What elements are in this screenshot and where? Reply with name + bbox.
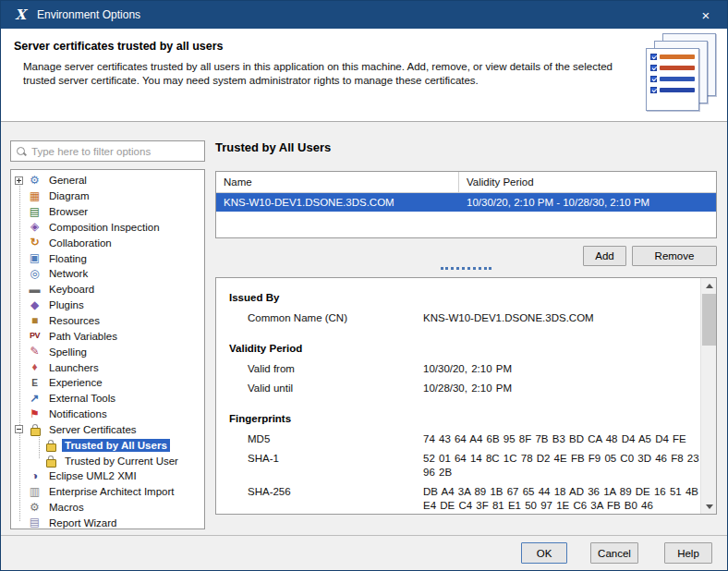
close-button[interactable]: ×	[685, 1, 727, 29]
tree-item-experience[interactable]: Experience	[11, 375, 204, 391]
help-button[interactable]: Help	[664, 542, 712, 564]
tree-item-trusted-by-all-users[interactable]: Trusted by All Users	[11, 437, 204, 453]
tree-item-network[interactable]: Network	[11, 266, 204, 282]
tree-item-collaboration[interactable]: Collaboration	[11, 235, 204, 250]
tree-item-label: General	[46, 174, 90, 187]
window-title: Environment Options	[37, 8, 140, 21]
certificate-entry-graphic	[650, 54, 695, 60]
detail-row: SHA-1 52 01 64 14 8C 1C 78 D2 4E FB F9 0…	[229, 452, 716, 480]
filter-input[interactable]	[31, 146, 204, 157]
macros-icon	[28, 501, 42, 515]
gear-icon	[28, 174, 42, 188]
tree-item-label: Composition Inspection	[46, 221, 163, 234]
table-header: Name Validity Period	[216, 172, 716, 193]
tree-item-notifications[interactable]: Notifications	[11, 407, 204, 422]
chevron-down-icon	[706, 504, 713, 509]
certificate-entry-graphic	[650, 65, 695, 71]
ok-button[interactable]: OK	[521, 542, 567, 564]
detail-label: SHA-256	[248, 485, 423, 513]
remove-button[interactable]: Remove	[632, 246, 717, 266]
tree-item-trusted-by-current-user[interactable]: Trusted by Current User	[11, 453, 204, 468]
tree-item-label: Server Certificates	[46, 423, 140, 436]
diagram-icon	[28, 189, 42, 203]
detail-label: SHA-1	[248, 452, 423, 480]
title-bar[interactable]: X Environment Options ×	[1, 1, 727, 29]
floating-icon	[28, 251, 42, 265]
tree-item-label: Keyboard	[46, 283, 97, 296]
detail-row: Common Name (CN) KNS-W10-DEV1.DSONE.3DS.…	[229, 311, 716, 325]
dialog-footer: OK Cancel Help	[1, 535, 727, 570]
scrollbar-thumb[interactable]	[702, 294, 716, 346]
table-row[interactable]: KNS-W10-DEV1.DSONE.3DS.COM 10/30/20, 2:1…	[216, 193, 716, 212]
search-icon	[16, 146, 27, 157]
tree-item-resources[interactable]: Resources	[11, 313, 204, 329]
options-filter-box	[10, 140, 205, 162]
certificate-entry-graphic	[650, 87, 695, 93]
tree-item-diagram[interactable]: Diagram	[11, 188, 204, 204]
tree-item-label: Experience	[46, 376, 105, 389]
tree-item-launchers[interactable]: Launchers	[11, 359, 204, 375]
tree-item-enterprise-architect-import[interactable]: Enterprise Architect Import	[11, 484, 204, 500]
collapse-icon[interactable]	[15, 425, 23, 433]
add-button[interactable]: Add	[583, 246, 626, 266]
sha256-fingerprint-value: DB A4 3A 89 1B 67 65 44 18 AD 36 1A 89 D…	[423, 485, 717, 513]
tree-item-plugins[interactable]: Plugins	[11, 298, 204, 313]
column-header-validity-period[interactable]: Validity Period	[459, 172, 716, 192]
checkbox-icon	[650, 76, 657, 82]
tree-item-floating[interactable]: Floating	[11, 250, 204, 266]
tree-item-path-variables[interactable]: Path Variables	[11, 328, 204, 344]
expand-icon[interactable]	[15, 176, 23, 185]
panel-title: Trusted by All Users	[215, 140, 331, 154]
network-icon	[28, 267, 42, 281]
experience-icon	[28, 376, 42, 390]
detail-row: MD5 74 43 64 A4 6B 95 8F 7B B3 BD CA 48 …	[229, 432, 716, 446]
tree-item-label: Browser	[46, 205, 91, 218]
tree-item-macros[interactable]: Macros	[11, 500, 204, 516]
scroll-down-button[interactable]	[701, 499, 717, 514]
notifications-icon	[28, 407, 42, 421]
path-variables-icon	[28, 329, 42, 343]
detail-row: Valid until 10/28/30, 2:10 PM	[229, 382, 716, 395]
checkbox-icon	[650, 54, 657, 60]
column-header-name[interactable]: Name	[216, 172, 459, 192]
tree-item-label: Enterprise Architect Import	[46, 485, 177, 498]
lock-icon	[43, 454, 57, 468]
chevron-up-icon	[706, 284, 713, 288]
tree-item-label: Collaboration	[46, 237, 115, 249]
md5-fingerprint-value: 74 43 64 A4 6B 95 8F 7B B3 BD CA 48 D4 A…	[423, 432, 717, 446]
detail-label: MD5	[248, 432, 423, 446]
section-heading-fingerprints: Fingerprints	[229, 410, 716, 427]
tree-item-spelling[interactable]: Spelling	[11, 344, 204, 359]
detail-label: Common Name (CN)	[248, 311, 423, 325]
scroll-up-button[interactable]	[701, 278, 717, 293]
tree-item-external-tools[interactable]: External Tools	[11, 391, 204, 407]
text-line-graphic	[660, 66, 695, 70]
tree-item-label: Plugins	[46, 298, 87, 311]
eclipse-icon	[28, 469, 42, 483]
tree-item-label: Report Wizard	[46, 516, 120, 529]
cancel-button[interactable]: Cancel	[590, 542, 638, 564]
certificate-details-content: Issued By Common Name (CN) KNS-W10-DEV1.…	[216, 278, 716, 513]
tree-item-composition-inspection[interactable]: Composition Inspection	[11, 220, 204, 236]
lock-icon	[28, 422, 42, 436]
tree-item-browser[interactable]: Browser	[11, 204, 204, 220]
browser-icon	[28, 205, 42, 219]
tree-item-label: Launchers	[46, 361, 102, 374]
tree-item-label: Eclipse UML2 XMI	[46, 469, 140, 482]
tree-item-keyboard[interactable]: Keyboard	[11, 282, 204, 298]
splitter-handle[interactable]	[441, 267, 491, 270]
vertical-scrollbar[interactable]	[700, 278, 716, 514]
resources-icon	[28, 314, 42, 328]
tree-item-general[interactable]: General	[11, 173, 204, 188]
tree-item-server-certificates[interactable]: Server Certificates	[11, 422, 204, 438]
checkbox-icon	[650, 87, 657, 93]
tree-item-label: Path Variables	[46, 330, 120, 343]
tree-item-eclipse-uml2-xmi[interactable]: Eclipse UML2 XMI	[11, 468, 204, 484]
section-heading-validity-period: Validity Period	[229, 340, 716, 357]
valid-from-value: 10/30/20, 2:10 PM	[423, 362, 717, 376]
tree-item-label: Notifications	[46, 407, 110, 420]
validity-period-cell: 10/30/20, 2:10 PM - 10/28/30, 2:10 PM	[459, 193, 716, 212]
certificate-page-graphic	[646, 48, 699, 111]
tree-item-report-wizard[interactable]: Report Wizard	[11, 516, 204, 529]
options-tree: General Diagram Browser Composition Insp…	[10, 169, 205, 529]
